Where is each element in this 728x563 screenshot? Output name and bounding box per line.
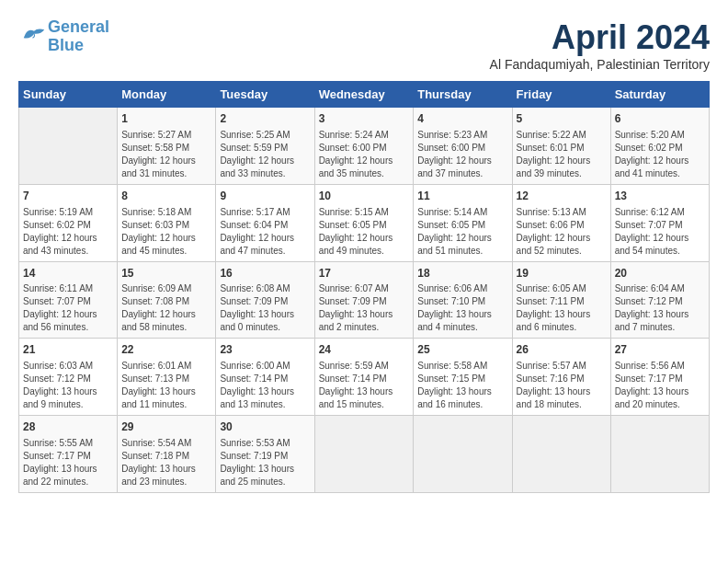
calendar-cell: 3Sunrise: 5:24 AM Sunset: 6:00 PM Daylig… [314, 108, 414, 185]
calendar-cell: 7Sunrise: 5:19 AM Sunset: 6:02 PM Daylig… [19, 184, 118, 261]
day-info: Sunrise: 5:23 AM Sunset: 6:00 PM Dayligh… [417, 129, 507, 180]
day-info: Sunrise: 5:24 AM Sunset: 6:00 PM Dayligh… [319, 129, 410, 180]
calendar-cell: 15Sunrise: 6:09 AM Sunset: 7:08 PM Dayli… [118, 261, 216, 339]
day-info: Sunrise: 5:55 AM Sunset: 7:17 PM Dayligh… [23, 437, 113, 488]
day-number: 10 [319, 189, 410, 204]
day-info: Sunrise: 5:18 AM Sunset: 6:03 PM Dayligh… [121, 206, 211, 258]
day-number: 3 [319, 111, 410, 127]
calendar-cell: 20Sunrise: 6:04 AM Sunset: 7:12 PM Dayli… [610, 261, 709, 339]
header-monday: Monday [118, 82, 216, 108]
header-tuesday: Tuesday [216, 82, 314, 108]
location-subtitle: Al Fandaqumiyah, Palestinian Territory [490, 57, 710, 72]
logo-blue: Blue [48, 36, 84, 54]
header-sunday: Sunday [19, 82, 118, 108]
day-number: 28 [23, 419, 113, 435]
day-number: 6 [615, 111, 705, 127]
day-number: 8 [121, 189, 211, 204]
day-number: 11 [417, 189, 507, 204]
day-info: Sunrise: 5:58 AM Sunset: 7:15 PM Dayligh… [417, 360, 507, 411]
calendar-cell [19, 108, 118, 185]
day-number: 20 [615, 266, 705, 282]
day-number: 15 [121, 266, 211, 282]
calendar-cell: 10Sunrise: 5:15 AM Sunset: 6:05 PM Dayli… [314, 184, 414, 261]
month-title: April 2024 [490, 18, 710, 57]
day-info: Sunrise: 6:08 AM Sunset: 7:09 PM Dayligh… [220, 282, 310, 334]
calendar-cell: 1Sunrise: 5:27 AM Sunset: 5:58 PM Daylig… [118, 108, 216, 185]
calendar-cell: 18Sunrise: 6:06 AM Sunset: 7:10 PM Dayli… [414, 261, 512, 339]
day-info: Sunrise: 5:20 AM Sunset: 6:02 PM Dayligh… [615, 129, 705, 180]
day-info: Sunrise: 6:09 AM Sunset: 7:08 PM Dayligh… [121, 282, 211, 334]
day-info: Sunrise: 6:07 AM Sunset: 7:09 PM Dayligh… [319, 282, 410, 334]
day-number: 29 [121, 419, 211, 435]
day-info: Sunrise: 5:54 AM Sunset: 7:18 PM Dayligh… [121, 437, 211, 488]
day-number: 30 [220, 419, 310, 435]
day-number: 2 [220, 111, 310, 127]
day-info: Sunrise: 5:19 AM Sunset: 6:02 PM Dayligh… [23, 206, 113, 258]
calendar-header-row: SundayMondayTuesdayWednesdayThursdayFrid… [19, 82, 710, 108]
calendar-cell: 4Sunrise: 5:23 AM Sunset: 6:00 PM Daylig… [414, 108, 512, 185]
day-info: Sunrise: 6:11 AM Sunset: 7:07 PM Dayligh… [23, 282, 113, 334]
calendar-cell: 29Sunrise: 5:54 AM Sunset: 7:18 PM Dayli… [118, 416, 216, 493]
day-number: 24 [319, 342, 410, 358]
day-info: Sunrise: 5:15 AM Sunset: 6:05 PM Dayligh… [319, 206, 410, 258]
day-info: Sunrise: 6:05 AM Sunset: 7:11 PM Dayligh… [517, 282, 607, 334]
calendar-cell: 9Sunrise: 5:17 AM Sunset: 6:04 PM Daylig… [216, 184, 314, 261]
calendar-cell: 21Sunrise: 6:03 AM Sunset: 7:12 PM Dayli… [19, 339, 118, 416]
day-number: 1 [121, 111, 211, 127]
day-info: Sunrise: 6:00 AM Sunset: 7:14 PM Dayligh… [220, 360, 310, 411]
day-info: Sunrise: 6:01 AM Sunset: 7:13 PM Dayligh… [121, 360, 211, 411]
day-number: 27 [615, 342, 705, 358]
calendar-cell: 22Sunrise: 6:01 AM Sunset: 7:13 PM Dayli… [118, 339, 216, 416]
day-number: 23 [220, 342, 310, 358]
calendar-cell [512, 416, 610, 493]
day-info: Sunrise: 5:25 AM Sunset: 5:59 PM Dayligh… [220, 129, 310, 180]
calendar-cell: 24Sunrise: 5:59 AM Sunset: 7:14 PM Dayli… [314, 339, 414, 416]
calendar-cell: 26Sunrise: 5:57 AM Sunset: 7:16 PM Dayli… [512, 339, 610, 416]
day-info: Sunrise: 5:59 AM Sunset: 7:14 PM Dayligh… [319, 360, 410, 411]
calendar-cell: 19Sunrise: 6:05 AM Sunset: 7:11 PM Dayli… [512, 261, 610, 339]
calendar-cell: 28Sunrise: 5:55 AM Sunset: 7:17 PM Dayli… [19, 416, 118, 493]
day-number: 14 [23, 266, 113, 282]
calendar-cell [610, 416, 709, 493]
day-info: Sunrise: 5:17 AM Sunset: 6:04 PM Dayligh… [220, 206, 310, 258]
day-number: 18 [417, 266, 507, 282]
calendar-cell: 16Sunrise: 6:08 AM Sunset: 7:09 PM Dayli… [216, 261, 314, 339]
day-number: 12 [517, 189, 607, 204]
calendar-cell: 14Sunrise: 6:11 AM Sunset: 7:07 PM Dayli… [19, 261, 118, 339]
header-thursday: Thursday [414, 82, 512, 108]
calendar-cell: 8Sunrise: 5:18 AM Sunset: 6:03 PM Daylig… [118, 184, 216, 261]
day-number: 9 [220, 189, 310, 204]
calendar-cell: 2Sunrise: 5:25 AM Sunset: 5:59 PM Daylig… [216, 108, 314, 185]
calendar-week-row: 7Sunrise: 5:19 AM Sunset: 6:02 PM Daylig… [19, 184, 710, 261]
title-area: April 2024 Al Fandaqumiyah, Palestinian … [490, 18, 710, 72]
calendar-cell [414, 416, 512, 493]
calendar-cell: 5Sunrise: 5:22 AM Sunset: 6:01 PM Daylig… [512, 108, 610, 185]
day-info: Sunrise: 6:06 AM Sunset: 7:10 PM Dayligh… [417, 282, 507, 334]
calendar-cell: 30Sunrise: 5:53 AM Sunset: 7:19 PM Dayli… [216, 416, 314, 493]
calendar-week-row: 14Sunrise: 6:11 AM Sunset: 7:07 PM Dayli… [19, 261, 710, 339]
day-number: 19 [517, 266, 607, 282]
calendar-cell: 23Sunrise: 6:00 AM Sunset: 7:14 PM Dayli… [216, 339, 314, 416]
day-info: Sunrise: 6:04 AM Sunset: 7:12 PM Dayligh… [615, 282, 705, 334]
day-info: Sunrise: 5:57 AM Sunset: 7:16 PM Dayligh… [517, 360, 607, 411]
calendar-cell: 13Sunrise: 6:12 AM Sunset: 7:07 PM Dayli… [610, 184, 709, 261]
day-number: 5 [517, 111, 607, 127]
calendar-week-row: 21Sunrise: 6:03 AM Sunset: 7:12 PM Dayli… [19, 339, 710, 416]
day-info: Sunrise: 6:03 AM Sunset: 7:12 PM Dayligh… [23, 360, 113, 411]
calendar-cell [314, 416, 414, 493]
day-info: Sunrise: 5:53 AM Sunset: 7:19 PM Dayligh… [220, 437, 310, 488]
calendar-cell: 17Sunrise: 6:07 AM Sunset: 7:09 PM Dayli… [314, 261, 414, 339]
logo: General Blue [18, 18, 109, 55]
calendar-table: SundayMondayTuesdayWednesdayThursdayFrid… [18, 81, 710, 493]
page-header: General Blue April 2024 Al Fandaqumiyah,… [18, 18, 710, 72]
day-number: 25 [417, 342, 507, 358]
calendar-week-row: 1Sunrise: 5:27 AM Sunset: 5:58 PM Daylig… [19, 108, 710, 185]
day-number: 17 [319, 266, 410, 282]
calendar-cell: 6Sunrise: 5:20 AM Sunset: 6:02 PM Daylig… [610, 108, 709, 185]
day-number: 26 [517, 342, 607, 358]
day-number: 22 [121, 342, 211, 358]
calendar-cell: 25Sunrise: 5:58 AM Sunset: 7:15 PM Dayli… [414, 339, 512, 416]
logo-text: General Blue [48, 18, 109, 55]
logo-bird-icon [20, 23, 48, 46]
day-info: Sunrise: 5:56 AM Sunset: 7:17 PM Dayligh… [615, 360, 705, 411]
